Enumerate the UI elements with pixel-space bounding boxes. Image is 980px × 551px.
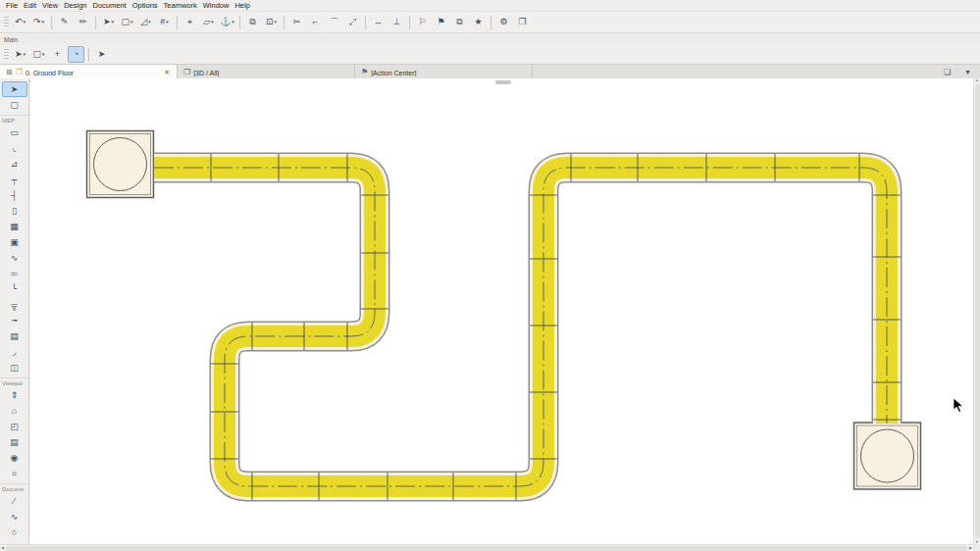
folder-icon: ❐: [16, 69, 23, 76]
toolbar-main-row: ➤▾▢▾+◔➤: [0, 45, 980, 64]
mep-equipment-tool[interactable]: ◫: [2, 360, 27, 376]
copy-icon[interactable]: ⧉: [451, 14, 468, 30]
duct-transition-tool[interactable]: ⊿: [2, 156, 27, 172]
menu-view[interactable]: View: [39, 1, 61, 10]
fillet-icon[interactable]: ⌒: [326, 14, 342, 30]
tab-label: [3D / All]: [193, 70, 348, 76]
vertical-scroll-thumb[interactable]: [975, 84, 980, 538]
gravity-icon-caret[interactable]: ▾: [232, 20, 234, 25]
marquee-tool[interactable]: ▢: [2, 97, 27, 113]
menu-window[interactable]: Window: [200, 1, 232, 10]
marquee-mode-icon[interactable]: ▢▾: [30, 46, 47, 63]
redo-icon-caret[interactable]: ▾: [42, 20, 45, 25]
publish-icon[interactable]: ❐: [514, 14, 531, 30]
select-mode-icon-caret[interactable]: ▾: [24, 52, 26, 57]
menu-help[interactable]: Help: [232, 1, 252, 10]
scroll-right-icon[interactable]: ▶: [969, 546, 972, 550]
flag-start-icon[interactable]: ⚐: [414, 14, 431, 30]
menu-edit[interactable]: Edit: [21, 1, 39, 10]
menu-file[interactable]: File: [3, 1, 21, 10]
pipe-tool[interactable]: ═: [2, 266, 27, 281]
marquee-tool-icon[interactable]: ▢▾: [119, 14, 135, 30]
dimension-icon[interactable]: ↔: [370, 14, 387, 30]
marquee-mode-icon-glyph: ▢: [32, 50, 41, 59]
duct-bend-tool[interactable]: ◟: [2, 140, 27, 156]
detail-tool[interactable]: ◉: [2, 450, 27, 466]
toolbar-grip-2[interactable]: [4, 49, 9, 61]
duct-takeoff-tool[interactable]: ┤: [2, 187, 27, 203]
cable-carrier-tool[interactable]: ▤: [2, 328, 27, 344]
marquee-tool-icon-caret[interactable]: ▾: [130, 20, 133, 25]
select-mode-icon[interactable]: ➤▾: [12, 46, 28, 63]
pipe-junction-tool[interactable]: ╦: [2, 297, 27, 313]
mep-unit-2[interactable]: [854, 423, 921, 489]
menu-teamwork[interactable]: Teamwork: [161, 1, 200, 10]
pointer-icon[interactable]: ➤: [93, 46, 110, 63]
scroll-left-icon[interactable]: ◀: [1, 546, 4, 550]
duct-tool[interactable]: ▭: [2, 125, 27, 140]
marquee-mode-icon-caret[interactable]: ▾: [42, 52, 45, 57]
arrow-tool-icon[interactable]: ➤▾: [100, 14, 117, 30]
interior-elevation-tool[interactable]: ◰: [2, 419, 27, 434]
menu-document[interactable]: Document: [90, 1, 129, 10]
publish-icon-glyph: ❐: [518, 18, 526, 26]
scroll-up-icon[interactable]: ▲: [975, 78, 979, 82]
pipe-endcap-tool[interactable]: ╼: [2, 313, 27, 328]
snap-grid-icon-caret[interactable]: ▾: [166, 20, 169, 25]
group-icon[interactable]: ⧉: [244, 14, 261, 30]
split-icon[interactable]: ✂: [288, 14, 305, 30]
duct-junction-tool[interactable]: ┬: [2, 172, 27, 187]
duct-run[interactable]: [154, 168, 887, 486]
flag-end-icon[interactable]: ⚑: [433, 14, 449, 30]
undo-icon[interactable]: ↶▾: [12, 14, 28, 30]
construction-grid-icon-caret[interactable]: ▾: [148, 20, 151, 25]
cable-bend-tool[interactable]: ◞: [2, 344, 27, 360]
pane-splitter-handle[interactable]: [495, 80, 511, 84]
resize-icon[interactable]: ⤢: [344, 14, 361, 30]
construction-grid-icon[interactable]: ◿▾: [137, 14, 154, 30]
menu-design[interactable]: Design: [61, 1, 89, 10]
circle-tool[interactable]: ○: [2, 525, 27, 540]
spline-tool[interactable]: ∿: [2, 509, 27, 525]
horizontal-scrollbar[interactable]: ◀ ▶: [0, 544, 973, 551]
tab-close-icon[interactable]: ✕: [163, 69, 171, 76]
floor-plan-canvas[interactable]: [30, 78, 973, 544]
mep-unit-1[interactable]: [87, 131, 154, 198]
redo-icon[interactable]: ↷▾: [30, 14, 47, 30]
favorites-icon[interactable]: ★: [470, 14, 487, 30]
camera-tool[interactable]: ⌗: [2, 466, 27, 481]
inject-parameters-icon[interactable]: ✏: [75, 14, 91, 30]
menu-options[interactable]: Options: [129, 1, 161, 10]
duct-endcap-tool[interactable]: ▯: [2, 203, 27, 219]
guide-lines-icon[interactable]: ⌖: [181, 14, 198, 30]
arrow-tool[interactable]: ➤: [2, 81, 27, 97]
pan-icon[interactable]: +: [49, 46, 66, 63]
editing-plane-icon[interactable]: ▱▾: [200, 14, 217, 30]
worksheet-tool[interactable]: ▤: [2, 434, 27, 450]
settings-icon[interactable]: ⚙: [495, 14, 512, 30]
vertical-scrollbar[interactable]: ▲ ▼: [973, 78, 980, 544]
suspend-groups-icon[interactable]: ⊡▾: [263, 14, 280, 30]
line-tool[interactable]: ∕: [2, 493, 27, 509]
undo-icon-caret[interactable]: ▾: [24, 20, 26, 25]
snap-grid-icon[interactable]: #▾: [156, 14, 173, 30]
editing-plane-icon-caret[interactable]: ▾: [211, 20, 214, 25]
arrow-tool-icon-caret[interactable]: ▾: [112, 20, 115, 25]
section-tool[interactable]: ⇕: [2, 387, 27, 403]
orbit-icon[interactable]: ◔: [68, 46, 84, 63]
adjust-icon[interactable]: ⌐: [307, 14, 324, 30]
suspend-groups-icon-caret[interactable]: ▾: [275, 20, 278, 25]
level-dimension-icon[interactable]: ⊥: [388, 14, 405, 30]
elevation-tool[interactable]: ⌂: [2, 403, 27, 419]
flexible-duct-tool[interactable]: ∿: [2, 250, 27, 266]
adjust-icon-glyph: ⌐: [313, 18, 318, 26]
pipe-bend-tool[interactable]: ╰: [2, 281, 27, 297]
pick-up-parameters-icon[interactable]: ✎: [56, 14, 73, 30]
snap-grid-icon-glyph: #: [160, 18, 165, 26]
air-terminal-tool[interactable]: ▦: [2, 219, 27, 234]
toolbar-grip[interactable]: [4, 17, 9, 28]
horizontal-scroll-thumb[interactable]: [6, 546, 967, 551]
archicad-window: { "menu": { "items": ["File","Edit","Vie…: [0, 0, 980, 551]
gravity-icon[interactable]: ⚓▾: [219, 14, 235, 30]
inline-unit-tool[interactable]: ▣: [2, 234, 27, 250]
